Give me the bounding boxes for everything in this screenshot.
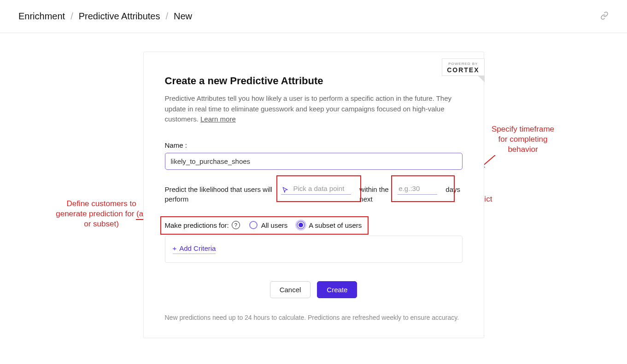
- cortex-name: CORTEX: [447, 66, 479, 74]
- radio-all-users[interactable]: All users: [249, 221, 288, 229]
- sentence-row: Predict the likelihood that users will p…: [165, 183, 463, 205]
- add-criteria-label: Add Criteria: [179, 244, 216, 252]
- breadcrumb-separator: /: [70, 11, 73, 22]
- radio-subset-users[interactable]: A subset of users: [297, 221, 362, 229]
- create-button[interactable]: Create: [317, 281, 357, 298]
- predict-for-label-text: Make predictions for:: [165, 221, 229, 229]
- predict-for-label: Make predictions for: ?: [165, 221, 240, 229]
- footer-note: New predictions need up to 24 hours to c…: [165, 314, 463, 321]
- annotation-right: Specify timeframe for completing behavio…: [488, 124, 557, 155]
- form-card: POWERED BY CORTEX Create a new Predictiv…: [143, 52, 484, 338]
- predict-for-row: Make predictions for: ? All users A subs…: [165, 221, 463, 229]
- sentence-part-3: days: [445, 183, 462, 195]
- cortex-powered-by: POWERED BY: [447, 62, 479, 66]
- form-description: Predictive Attributes tell you how likel…: [165, 93, 463, 125]
- breadcrumb-separator: /: [165, 11, 168, 22]
- cursor-icon: [282, 185, 288, 196]
- sentence-part-2: within the next: [359, 183, 389, 205]
- sentence-part-1: Predict the likelihood that users will p…: [165, 183, 273, 205]
- form-title: Create a new Predictive Attribute: [165, 75, 463, 87]
- badge-corner-fold: [478, 76, 485, 82]
- cancel-button[interactable]: Cancel: [270, 281, 311, 298]
- add-criteria-button[interactable]: + Add Criteria: [173, 244, 216, 254]
- button-row: Cancel Create: [165, 281, 463, 298]
- name-input[interactable]: [165, 153, 463, 170]
- help-icon[interactable]: ?: [232, 221, 240, 229]
- learn-more-link[interactable]: Learn more: [200, 115, 236, 123]
- data-point-wrap: [281, 183, 351, 195]
- radio-icon: [297, 221, 305, 229]
- annotation-left: Define customers to generate prediction …: [55, 199, 147, 229]
- breadcrumb-predictive-attributes[interactable]: Predictive Attributes: [79, 11, 160, 22]
- top-header: Enrichment / Predictive Attributes / New: [0, 0, 627, 33]
- breadcrumb: Enrichment / Predictive Attributes / New: [18, 11, 192, 22]
- main-content: Define customers to generate prediction …: [0, 52, 627, 338]
- name-label: Name :: [165, 141, 463, 149]
- criteria-box: + Add Criteria: [165, 236, 463, 263]
- timeframe-input[interactable]: [398, 183, 437, 195]
- cortex-badge: POWERED BY CORTEX: [442, 58, 484, 76]
- plus-icon: +: [173, 244, 177, 252]
- data-point-input[interactable]: [281, 183, 351, 195]
- radio-subset-label: A subset of users: [309, 221, 362, 229]
- breadcrumb-new: New: [174, 11, 192, 22]
- link-icon[interactable]: [600, 12, 609, 22]
- radio-icon: [249, 221, 258, 229]
- breadcrumb-enrichment[interactable]: Enrichment: [18, 11, 65, 22]
- radio-all-label: All users: [261, 221, 288, 229]
